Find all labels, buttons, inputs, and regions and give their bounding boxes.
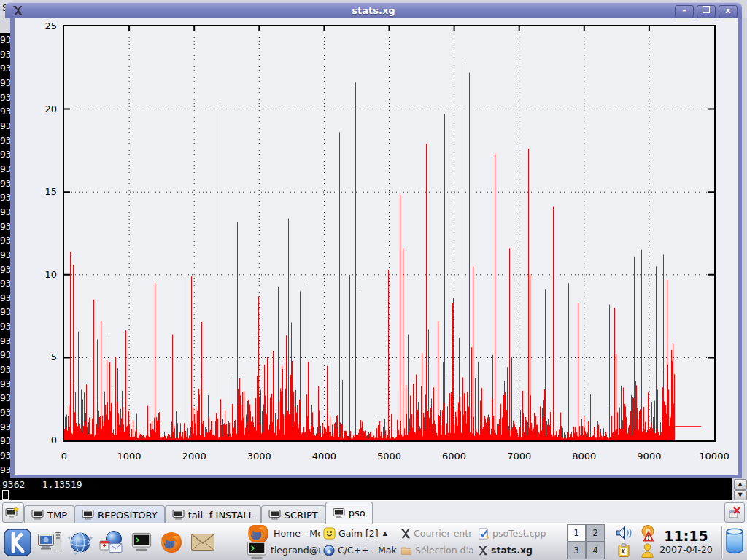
quick-launch-kontact[interactable] [99,530,124,555]
task-button-gaim-2-[interactable]: Gaim [2]▲ [322,525,399,542]
session-tab-script[interactable]: SCRIPT [261,505,325,524]
session-tab-repository[interactable]: REPOSITORY [74,505,165,524]
tab-terminal-icon [31,510,44,520]
terminal-line: 93 [0,119,10,133]
terminal-line: 93 [0,219,10,234]
terminal-status-line: 9362 1.13519 [2,479,82,490]
gaim-icon [323,527,336,540]
terminal-line: 93 [0,262,10,277]
x-tick-label: 1000 [107,451,151,462]
scroll-up-button[interactable]: ▲ [734,479,747,490]
task-button-label: Home - Mozill [274,528,320,539]
session-tab-tmp[interactable]: TMP [24,505,74,524]
data-series [65,61,702,440]
terminal-line: 93 [0,319,10,334]
x-tick-label: 7000 [498,451,541,462]
quick-launch-mail[interactable] [190,533,215,552]
x-app-icon [478,545,488,556]
pager-desktop-1[interactable]: 1 [567,524,586,542]
session-tab-tail-f-install[interactable]: tail -f INSTALL [165,505,261,524]
task-button-c-c-mak[interactable]: C/C++ - Mak [322,542,399,559]
task-button-label: tlegrand@ma [271,545,320,556]
clock-time: 11:15 [664,529,708,544]
background-terminal-strip[interactable]: 9393939393939393939393939393939393939393… [0,33,10,500]
terminal-app-icon [246,542,268,559]
y-tick-label: 15 [28,186,57,197]
quick-launch-terminal-app[interactable] [131,532,152,553]
x-tick-label: 10000 [692,451,736,462]
minimize-button[interactable]: – [675,5,694,18]
terminal-line: 93 [0,104,10,119]
grid-lines [64,26,714,440]
x-tick-label: 6000 [433,451,476,462]
window-titlebar[interactable]: stats.xg – x [5,2,742,18]
close-session-icon [728,506,741,519]
new-session-button[interactable] [2,502,24,523]
x-app-icon [400,529,411,539]
tray-volume[interactable] [611,524,635,542]
task-overflow-arrow-icon[interactable]: ▲ [383,530,387,537]
terminal-line: 93 [0,405,10,420]
panel-clock[interactable]: 11:15 2007-04-20 [651,524,721,559]
task-button-s-lection-d-a[interactable]: Sélection d'a [399,542,476,559]
terminal-output-area[interactable]: 9362 1.13519 [0,478,732,500]
pager-desktop-4[interactable]: 4 [586,542,605,559]
firefox-icon [246,525,271,542]
tab-terminal-icon [82,510,94,520]
terminal-line: 93 [0,76,10,90]
x-tick-label: 0 [42,451,86,462]
glass-applet-icon[interactable] [724,528,745,556]
quick-launch-firefox[interactable] [159,530,184,555]
task-button-label: Gaim [2] [338,528,379,539]
maximize-button[interactable] [697,5,716,18]
task-button-tlegrand-ma[interactable]: tlegrand@ma [244,542,322,559]
quick-launch-k-menu[interactable] [4,529,31,556]
terminal-line: 93 [0,47,10,62]
pager-desktop-2[interactable]: 2 [586,524,605,542]
pager-desktop-3[interactable]: 3 [567,542,586,559]
terminal-line: 93 [0,133,10,148]
task-button-psotest-cpp[interactable]: psoTest.cpp [476,525,565,542]
close-session-button[interactable] [724,502,745,523]
folder-icon [400,545,412,556]
plot-area[interactable] [63,25,716,442]
k-menu-icon [4,529,31,556]
terminal-line: 93 [0,434,10,448]
terminal-line: 93 [0,90,10,105]
terminal-line: 93 [0,276,10,291]
terminal-line: 93 [0,162,10,176]
x-tick-label: 3000 [237,451,281,462]
y-tick-label: 0 [28,435,57,446]
terminal-line: 93 [0,348,10,362]
terminal-line: 93 [0,190,10,205]
x-tick-label: 5000 [368,451,411,462]
session-tab-label: REPOSITORY [98,510,158,521]
system-icon [38,532,61,553]
task-button-home-mozill[interactable]: Home - Mozill [244,525,322,542]
terminal-line: 93 [0,291,10,306]
x-tick-label: 4000 [302,451,346,462]
task-button-courrier-entr[interactable]: Courrier entr [399,525,476,542]
y-tick-label: 20 [28,104,57,114]
new-session-icon [5,506,21,519]
tab-terminal-icon [172,510,185,520]
terminal-line: 93 [0,205,10,219]
task-button-label: C/C++ - Mak [338,545,397,556]
session-tab-label: SCRIPT [285,510,318,521]
session-tab-pso[interactable]: pso [325,502,373,524]
maximize-icon [703,6,710,13]
terminal-line: 93 [0,248,10,262]
tab-terminal-icon [333,508,345,518]
kontact-icon [99,530,124,555]
kde-panel: Home - MozillGaim [2]▲Courrier entrpsoTe… [0,523,747,560]
tray-klipper[interactable] [611,542,635,559]
task-button-label: stats.xg [491,545,533,556]
close-button[interactable]: x [719,5,738,18]
quick-launch-system[interactable] [38,532,61,553]
mail-icon [190,533,215,552]
scroll-down-button[interactable]: ▼ [734,490,747,501]
terminal-app-icon [131,532,152,553]
terminal-line: 93 [0,61,10,76]
task-button-stats-xg[interactable]: stats.xg [476,542,565,559]
quick-launch-web-browser[interactable] [68,530,93,555]
